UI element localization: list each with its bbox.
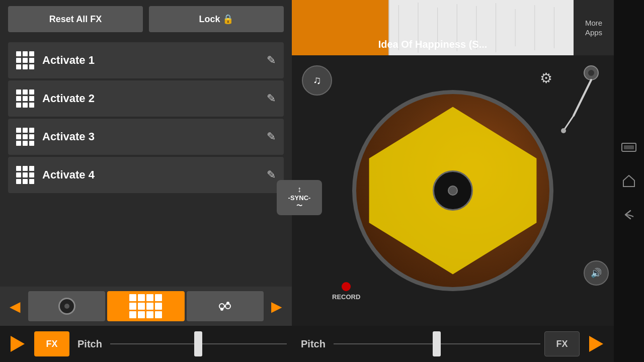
record-button[interactable]: RECORD [332, 282, 360, 301]
activate-item-3[interactable]: Activate 3 ✎ [8, 119, 284, 155]
right-pitch-slider-track[interactable] [334, 343, 540, 344]
left-pitch-label: Pitch [73, 338, 106, 350]
next-arrow-icon: ▶ [271, 298, 282, 315]
svg-point-19 [588, 70, 594, 76]
vinyl-inner [64, 304, 69, 309]
right-play-button[interactable] [584, 331, 609, 356]
left-bottom-bar: FX Pitch [0, 326, 292, 362]
record-label: RECORD [332, 293, 360, 301]
vinyl-center [433, 170, 473, 211]
lock-button[interactable]: Lock 🔒 [149, 6, 284, 32]
vinyl-deck-button[interactable] [28, 291, 105, 321]
left-play-icon [11, 336, 25, 352]
right-pitch-slider-container [334, 343, 540, 344]
top-buttons: Reset All FX Lock 🔒 [0, 0, 292, 38]
activate-label-3: Activate 3 [42, 130, 259, 143]
android-home-button[interactable] [621, 173, 636, 189]
android-recent-icon [621, 141, 637, 153]
turntable[interactable] [352, 90, 553, 291]
vinyl-center-dot [448, 186, 458, 196]
cue-button[interactable]: ♫ [302, 65, 332, 96]
left-fx-button[interactable]: FX [34, 331, 69, 356]
right-pitch-slider-thumb[interactable] [433, 331, 441, 356]
edit-icon-2: ✎ [267, 92, 276, 105]
fx-deck-icon [217, 298, 233, 314]
svg-point-4 [220, 308, 223, 311]
left-pitch-slider-track[interactable] [110, 343, 287, 344]
sync-button[interactable]: ↕ -SYNC- 〜 [277, 180, 322, 215]
svg-line-21 [564, 116, 574, 131]
svg-point-22 [561, 128, 566, 133]
activate-item-4[interactable]: Activate 4 ✎ [8, 157, 284, 193]
track-title: Idea Of Happiness (S... [378, 39, 488, 50]
next-button[interactable]: ▶ [266, 291, 288, 321]
sync-label: -SYNC- [288, 194, 311, 202]
right-panel: Idea Of Happiness (S... More Apps ♫ ⚙ [292, 0, 614, 362]
activate-list: Activate 1 ✎ Activate 2 ✎ Activate 3 ✎ [0, 38, 292, 287]
prev-arrow-icon: ◀ [10, 298, 21, 315]
svg-rect-5 [292, 0, 389, 55]
waveform-display: Idea Of Happiness (S... [292, 0, 574, 55]
nav-strip: ◀ ▶ [0, 287, 292, 326]
right-pitch-label: Pitch [297, 338, 330, 350]
activate-item-1[interactable]: Activate 1 ✎ [8, 42, 284, 78]
left-pitch-slider-thumb[interactable] [194, 331, 202, 356]
grid-icon-1 [16, 51, 34, 69]
android-back-button[interactable] [621, 209, 636, 221]
pad-deck-button[interactable] [107, 291, 184, 321]
android-home-icon [621, 173, 636, 189]
grid-icon-3 [16, 128, 34, 146]
right-play-icon [589, 336, 603, 352]
turntable-area: ♫ ⚙ [292, 55, 614, 326]
settings-button[interactable]: ⚙ [533, 65, 558, 90]
grid-icon-4 [16, 166, 34, 184]
volume-icon: 🔊 [591, 267, 602, 279]
tonearm-svg [558, 65, 599, 136]
tonearm [558, 65, 599, 126]
waveform-area: Idea Of Happiness (S... More Apps [292, 0, 614, 55]
more-apps-button[interactable]: More Apps [574, 0, 614, 55]
left-panel: Reset All FX Lock 🔒 Activate 1 ✎ Activat… [0, 0, 292, 362]
android-nav [614, 0, 644, 362]
activate-item-2[interactable]: Activate 2 ✎ [8, 80, 284, 117]
android-recent-button[interactable] [621, 141, 637, 153]
edit-icon-4: ✎ [267, 168, 276, 182]
reset-fx-button[interactable]: Reset All FX [8, 6, 143, 32]
record-dot-icon [342, 282, 351, 291]
right-fx-button[interactable]: FX [544, 331, 580, 356]
edit-icon-3: ✎ [267, 130, 276, 143]
grid-icon-2 [16, 89, 34, 108]
cue-icon: ♫ [313, 74, 321, 87]
svg-rect-24 [624, 145, 634, 149]
settings-icon: ⚙ [540, 70, 552, 86]
activate-label-2: Activate 2 [42, 92, 259, 105]
vinyl-icon [58, 298, 75, 315]
android-back-icon [621, 209, 636, 221]
activate-label-4: Activate 4 [42, 168, 259, 182]
right-bottom-bar: Pitch FX [292, 326, 614, 362]
left-pitch-slider-container [110, 343, 287, 344]
sync-wave-icon: 〜 [296, 202, 302, 210]
fx-deck-button[interactable] [187, 291, 264, 321]
svg-line-20 [574, 80, 591, 116]
prev-button[interactable]: ◀ [4, 291, 26, 321]
pad-grid-icon [128, 293, 163, 319]
activate-label-1: Activate 1 [42, 54, 259, 67]
svg-marker-25 [623, 175, 634, 187]
edit-icon-1: ✎ [267, 54, 276, 67]
left-play-button[interactable] [5, 331, 30, 356]
volume-button[interactable]: 🔊 [584, 260, 609, 286]
sync-arrow-icon: ↕ [297, 185, 301, 194]
svg-point-3 [226, 302, 229, 305]
